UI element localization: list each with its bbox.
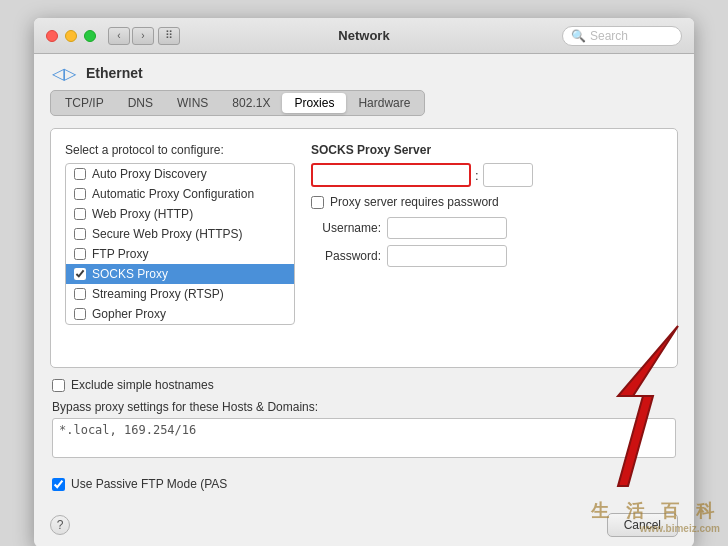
web-https-checkbox[interactable]	[74, 228, 86, 240]
streaming-checkbox[interactable]	[74, 288, 86, 300]
ethernet-header: ◁▷ Ethernet	[50, 64, 678, 82]
auto-config-checkbox[interactable]	[74, 188, 86, 200]
minimize-button[interactable]	[65, 30, 77, 42]
password-row: Password:	[311, 245, 663, 267]
web-https-label: Secure Web Proxy (HTTPS)	[92, 227, 242, 241]
tab-proxies[interactable]: Proxies	[282, 93, 346, 113]
network-window: ‹ › ⠿ Network 🔍 Search ◁▷ Ethernet TCP/I…	[34, 18, 694, 546]
proxy-auth-row: Proxy server requires password	[311, 195, 663, 209]
exclude-label: Exclude simple hostnames	[71, 378, 214, 392]
grid-button[interactable]: ⠿	[158, 27, 180, 45]
proxy-port-input[interactable]	[483, 163, 533, 187]
protocol-auto-config[interactable]: Automatic Proxy Configuration	[66, 184, 294, 204]
protocol-streaming[interactable]: Streaming Proxy (RTSP)	[66, 284, 294, 304]
proxy-auth-checkbox[interactable]	[311, 196, 324, 209]
help-icon: ?	[57, 518, 64, 532]
tab-dns[interactable]: DNS	[116, 93, 165, 113]
grid-icon: ⠿	[165, 29, 173, 42]
web-http-label: Web Proxy (HTTP)	[92, 207, 193, 221]
window-title: Network	[338, 28, 389, 43]
watermark: 生 活 百 科 www.bimeiz.com	[591, 499, 720, 534]
ethernet-label: Ethernet	[86, 65, 143, 81]
exclude-hostnames-checkbox[interactable]	[52, 379, 65, 392]
close-button[interactable]	[46, 30, 58, 42]
protocol-section: Select a protocol to configure: Auto Pro…	[65, 143, 295, 353]
forward-button[interactable]: ›	[132, 27, 154, 45]
nav-arrows: ‹ ›	[108, 27, 154, 45]
back-button[interactable]: ‹	[108, 27, 130, 45]
proxy-server-row: :	[311, 163, 663, 187]
exclude-row: Exclude simple hostnames	[52, 378, 676, 392]
proxy-config: SOCKS Proxy Server : Proxy server requir…	[311, 143, 663, 353]
maximize-button[interactable]	[84, 30, 96, 42]
gopher-checkbox[interactable]	[74, 308, 86, 320]
search-icon: 🔍	[571, 29, 586, 43]
password-field-label: Password:	[311, 249, 381, 263]
gopher-label: Gopher Proxy	[92, 307, 166, 321]
protocol-socks[interactable]: SOCKS Proxy	[66, 264, 294, 284]
username-input[interactable]	[387, 217, 507, 239]
ftp-checkbox[interactable]	[74, 248, 86, 260]
protocol-web-http[interactable]: Web Proxy (HTTP)	[66, 204, 294, 224]
bypass-label: Bypass proxy settings for these Hosts & …	[52, 400, 676, 414]
username-field-label: Username:	[311, 221, 381, 235]
tab-bar: TCP/IP DNS WINS 802.1X Proxies Hardware	[50, 90, 425, 116]
traffic-lights	[46, 30, 96, 42]
protocol-web-https[interactable]: Secure Web Proxy (HTTPS)	[66, 224, 294, 244]
auto-config-label: Automatic Proxy Configuration	[92, 187, 254, 201]
watermark-sub: www.bimeiz.com	[591, 523, 720, 534]
web-http-checkbox[interactable]	[74, 208, 86, 220]
protocol-ftp[interactable]: FTP Proxy	[66, 244, 294, 264]
username-row: Username:	[311, 217, 663, 239]
tab-hardware[interactable]: Hardware	[346, 93, 422, 113]
socks-checkbox[interactable]	[74, 268, 86, 280]
streaming-label: Streaming Proxy (RTSP)	[92, 287, 224, 301]
ftp-row: Use Passive FTP Mode (PAS	[52, 469, 676, 491]
ftp-label: FTP Proxy	[92, 247, 148, 261]
ethernet-icon: ◁▷	[50, 64, 78, 82]
back-icon: ‹	[117, 30, 120, 41]
colon-separator: :	[475, 168, 479, 183]
proxy-server-title: SOCKS Proxy Server	[311, 143, 663, 157]
titlebar: ‹ › ⠿ Network 🔍 Search	[34, 18, 694, 54]
protocol-list: Auto Proxy Discovery Automatic Proxy Con…	[65, 163, 295, 325]
search-placeholder: Search	[590, 29, 628, 43]
ftp-label: Use Passive FTP Mode (PAS	[71, 477, 227, 491]
forward-icon: ›	[141, 30, 144, 41]
auto-discovery-label: Auto Proxy Discovery	[92, 167, 207, 181]
bypass-textarea[interactable]: *.local, 169.254/16	[52, 418, 676, 458]
protocol-section-label: Select a protocol to configure:	[65, 143, 295, 157]
protocol-auto-discovery[interactable]: Auto Proxy Discovery	[66, 164, 294, 184]
password-input[interactable]	[387, 245, 507, 267]
ftp-passive-checkbox[interactable]	[52, 478, 65, 491]
auto-discovery-checkbox[interactable]	[74, 168, 86, 180]
content-area: ◁▷ Ethernet TCP/IP DNS WINS 802.1X Proxi…	[34, 54, 694, 505]
proxy-server-input[interactable]	[311, 163, 471, 187]
protocol-gopher[interactable]: Gopher Proxy	[66, 304, 294, 324]
search-bar[interactable]: 🔍 Search	[562, 26, 682, 46]
tab-tcpip[interactable]: TCP/IP	[53, 93, 116, 113]
proxy-auth-label: Proxy server requires password	[330, 195, 499, 209]
help-button[interactable]: ?	[50, 515, 70, 535]
tab-8021x[interactable]: 802.1X	[220, 93, 282, 113]
bottom-section: Exclude simple hostnames Bypass proxy se…	[50, 378, 678, 491]
tab-wins[interactable]: WINS	[165, 93, 220, 113]
main-panel: Select a protocol to configure: Auto Pro…	[50, 128, 678, 368]
socks-label: SOCKS Proxy	[92, 267, 168, 281]
